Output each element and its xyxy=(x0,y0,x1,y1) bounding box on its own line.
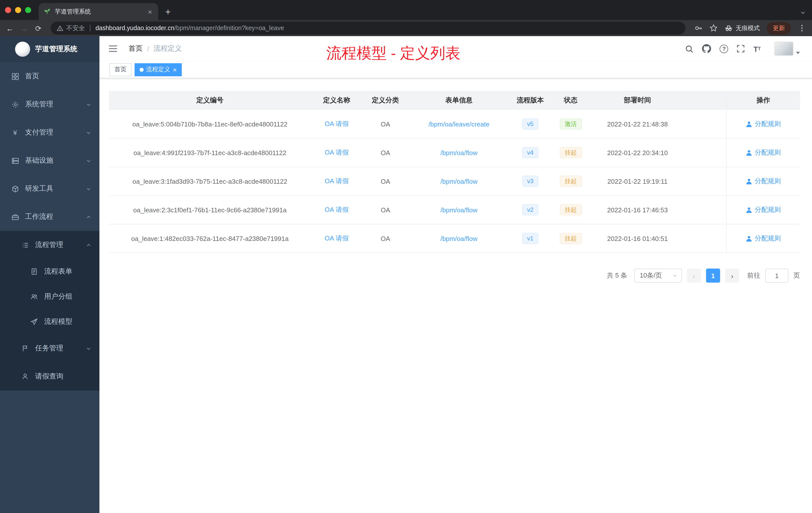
sidebar-item-leave-query[interactable]: 请假查询 xyxy=(0,362,99,391)
form-link[interactable]: /bpm/oa/flow xyxy=(440,206,477,214)
definition-name-link[interactable]: OA 请假 xyxy=(325,177,348,186)
person-icon xyxy=(746,149,752,156)
version-badge: v5 xyxy=(522,118,538,130)
tag-close-icon[interactable]: × xyxy=(173,66,177,73)
pagination-total: 共 5 条 xyxy=(607,271,627,280)
sidebar-item-payment[interactable]: ¥ 支付管理 xyxy=(0,118,99,147)
help-icon[interactable] xyxy=(720,44,728,53)
sidebar-item-home[interactable]: 首页 xyxy=(0,62,99,90)
new-tab-button[interactable]: + xyxy=(165,7,171,17)
breadcrumb: 首页 / 流程定义 xyxy=(128,44,182,53)
definition-name-link[interactable]: OA 请假 xyxy=(325,148,348,157)
definition-name-link[interactable]: OA 请假 xyxy=(325,234,348,243)
cell-category: OA xyxy=(362,167,408,195)
person-icon xyxy=(21,372,29,381)
status-badge: 挂起 xyxy=(560,233,582,244)
cell-category: OA xyxy=(362,196,408,224)
chevron-down-icon xyxy=(86,102,91,107)
goto-page-input[interactable] xyxy=(765,269,788,282)
browser-update-button[interactable]: 更新 xyxy=(767,22,791,34)
user-avatar[interactable] xyxy=(774,42,793,56)
version-badge: v4 xyxy=(522,147,538,158)
version-badge: v1 xyxy=(522,233,538,244)
fullscreen-icon[interactable] xyxy=(737,45,745,53)
chevron-up-icon xyxy=(86,242,91,248)
assign-rule-link[interactable]: 分配规则 xyxy=(746,177,781,186)
chevron-up-icon xyxy=(86,214,91,220)
tag-home[interactable]: 首页 xyxy=(110,63,132,76)
definition-name-link[interactable]: OA 请假 xyxy=(325,119,348,128)
goto-label: 前往 xyxy=(747,271,760,280)
reload-button[interactable]: ⟳ xyxy=(35,24,41,32)
app-frame: 芋道管理系统 首页 系统管理 ¥ 支付管理 xyxy=(0,36,812,513)
user-menu[interactable] xyxy=(774,42,800,56)
browser-menu-icon[interactable] xyxy=(798,24,806,32)
form-link[interactable]: /bpm/oa/flow xyxy=(440,149,477,156)
table-row: oa_leave:2:3c1f0ef1-76b1-11ec-9c66-a2380… xyxy=(109,196,800,224)
sidebar-item-dev-tools[interactable]: 研发工具 xyxy=(0,175,99,203)
sidebar-item-workflow[interactable]: 工作流程 xyxy=(0,203,99,231)
page-content: 定义编号 定义名称 定义分类 表单信息 流程版本 状态 部署时间 操作 oa_l… xyxy=(99,78,812,513)
cell-definition-id: oa_leave:3:1fad3d93-7b75-11ec-a3c8-acde4… xyxy=(109,167,311,195)
sidebar-item-system[interactable]: 系统管理 xyxy=(0,90,99,118)
page-size-select[interactable]: 10条/页 xyxy=(634,269,682,282)
tab-search-chevron-icon[interactable] xyxy=(800,9,806,16)
cell-spacer xyxy=(685,224,726,252)
version-badge: v3 xyxy=(522,176,538,187)
incognito-icon xyxy=(725,24,733,32)
assign-rule-link[interactable]: 分配规则 xyxy=(746,205,781,214)
status-badge: 激活 xyxy=(560,118,582,130)
assign-rule-link[interactable]: 分配规则 xyxy=(746,148,781,157)
security-label[interactable]: 不安全 xyxy=(66,24,85,32)
tag-process-definition[interactable]: 流程定义 × xyxy=(135,63,182,76)
address-bar[interactable]: 不安全 dashboard.yudao.iocoder.cn /bpm/mana… xyxy=(51,22,686,35)
dashboard-icon xyxy=(11,72,19,80)
prev-page-button[interactable]: ‹ xyxy=(687,269,701,282)
sidebar-item-user-group[interactable]: 用户分组 xyxy=(0,284,99,309)
pagination: 共 5 条 10条/页 ‹ 1 › 前往 页 xyxy=(109,269,800,282)
logo-avatar xyxy=(15,42,30,57)
bookmark-star-icon[interactable] xyxy=(709,24,718,32)
form-link[interactable]: /bpm/oa/flow xyxy=(440,235,477,242)
search-icon[interactable] xyxy=(685,44,694,53)
cell-deploy-time: 2022-01-22 21:48:38 xyxy=(590,110,685,138)
form-icon xyxy=(30,268,38,276)
tab-close-icon[interactable]: × xyxy=(147,8,153,15)
chevron-down-icon xyxy=(86,186,91,191)
sidebar-item-process-management[interactable]: 流程管理 xyxy=(0,231,99,259)
cell-spacer xyxy=(685,196,726,224)
breadcrumb-home[interactable]: 首页 xyxy=(128,44,143,53)
assign-rule-link[interactable]: 分配规则 xyxy=(746,234,781,243)
font-size-icon[interactable]: TT xyxy=(754,45,761,53)
chevron-down-icon xyxy=(86,158,91,163)
table-header: 定义编号 定义名称 定义分类 表单信息 流程版本 状态 部署时间 操作 xyxy=(109,91,800,110)
form-link[interactable]: /bpm/oa/leave/create xyxy=(429,120,490,128)
sidebar: 芋道管理系统 首页 系统管理 ¥ 支付管理 xyxy=(0,36,99,513)
back-button[interactable]: ← xyxy=(6,24,13,32)
sidebar-item-process-model[interactable]: 流程模型 xyxy=(0,309,99,334)
password-key-icon[interactable] xyxy=(695,24,702,32)
next-page-button[interactable]: › xyxy=(725,269,739,282)
form-link[interactable]: /bpm/oa/flow xyxy=(440,177,477,185)
chevron-down-icon xyxy=(672,273,677,278)
annotation-title: 流程模型 - 定义列表 xyxy=(326,43,460,64)
github-icon[interactable] xyxy=(702,44,711,53)
table-row: oa_leave:1:482ec033-762a-11ec-8477-a2380… xyxy=(109,224,800,253)
window-close-button[interactable] xyxy=(5,7,11,13)
sidebar-item-process-form[interactable]: 流程表单 xyxy=(0,259,99,284)
definition-name-link[interactable]: OA 请假 xyxy=(325,205,348,214)
sidebar-collapse-icon[interactable] xyxy=(109,45,117,53)
sidebar-item-infrastructure[interactable]: 基础设施 xyxy=(0,147,99,175)
window-minimize-button[interactable] xyxy=(15,7,21,13)
window-maximize-button[interactable] xyxy=(25,7,31,13)
page-number-button[interactable]: 1 xyxy=(706,269,720,282)
browser-tab[interactable]: 芋道管理系统 × xyxy=(39,3,158,20)
not-secure-warning-icon xyxy=(57,25,63,31)
tab-title: 芋道管理系统 xyxy=(55,7,143,16)
assign-rule-link[interactable]: 分配规则 xyxy=(746,119,781,128)
definition-table: 定义编号 定义名称 定义分类 表单信息 流程版本 状态 部署时间 操作 oa_l… xyxy=(109,91,800,253)
chevron-down-icon xyxy=(86,345,91,351)
forward-button[interactable]: → xyxy=(21,24,28,32)
sidebar-item-task-management[interactable]: 任务管理 xyxy=(0,334,99,362)
cell-definition-id: oa_leave:2:3c1f0ef1-76b1-11ec-9c66-a2380… xyxy=(109,196,311,224)
